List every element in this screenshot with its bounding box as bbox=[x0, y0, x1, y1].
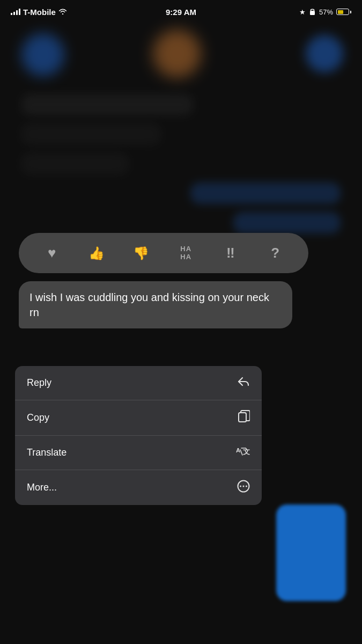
status-bar: T-Mobile 9:29 AM ★ 57% bbox=[0, 0, 362, 24]
carrier-label: T-Mobile bbox=[23, 8, 56, 17]
copy-icon bbox=[238, 410, 250, 426]
svg-rect-0 bbox=[310, 11, 315, 15]
svg-text:A: A bbox=[236, 447, 240, 453]
svg-point-5 bbox=[240, 486, 241, 487]
signal-icon bbox=[11, 9, 20, 15]
wifi-icon bbox=[58, 8, 67, 16]
translate-icon: A 文 bbox=[236, 445, 250, 460]
lock-icon bbox=[309, 8, 316, 17]
content-area: ♥ 👍 👎 HAHA ‼ ? I wish I was cuddling you… bbox=[0, 24, 362, 644]
reaction-exclamation[interactable]: ‼ bbox=[219, 241, 242, 265]
svg-text:文: 文 bbox=[243, 448, 250, 456]
reaction-thumbs-down[interactable]: 👎 bbox=[129, 241, 153, 265]
menu-item-translate[interactable]: Translate A 文 bbox=[15, 436, 262, 470]
more-icon bbox=[237, 480, 250, 495]
reaction-bar[interactable]: ♥ 👍 👎 HAHA ‼ ? bbox=[19, 233, 308, 273]
more-label: More... bbox=[27, 482, 57, 493]
blue-blob-decoration bbox=[276, 504, 346, 601]
translate-label: Translate bbox=[27, 447, 67, 458]
copy-label: Copy bbox=[27, 412, 49, 423]
star-icon: ★ bbox=[299, 8, 306, 16]
context-menu: Reply Copy Translate bbox=[15, 366, 262, 505]
svg-point-6 bbox=[243, 486, 245, 487]
svg-point-7 bbox=[246, 486, 247, 487]
reaction-thumbs-up[interactable]: 👍 bbox=[85, 241, 108, 265]
menu-item-reply[interactable]: Reply bbox=[15, 366, 262, 400]
status-time: 9:29 AM bbox=[166, 8, 196, 17]
status-left: T-Mobile bbox=[11, 8, 67, 17]
message-text: I wish I was cuddling you and kissing on… bbox=[29, 291, 269, 318]
reaction-haha[interactable]: HAHA bbox=[174, 241, 198, 265]
menu-item-copy[interactable]: Copy bbox=[15, 400, 262, 436]
reply-icon bbox=[237, 376, 250, 390]
battery-percent: 57% bbox=[319, 8, 333, 16]
status-right: ★ 57% bbox=[299, 8, 351, 17]
battery-icon bbox=[336, 9, 351, 15]
reaction-question[interactable]: ? bbox=[263, 241, 287, 265]
message-bubble: I wish I was cuddling you and kissing on… bbox=[19, 281, 292, 328]
menu-item-more[interactable]: More... bbox=[15, 470, 262, 505]
reply-label: Reply bbox=[27, 377, 51, 389]
svg-rect-1 bbox=[239, 413, 246, 422]
reaction-heart[interactable]: ♥ bbox=[40, 241, 64, 265]
